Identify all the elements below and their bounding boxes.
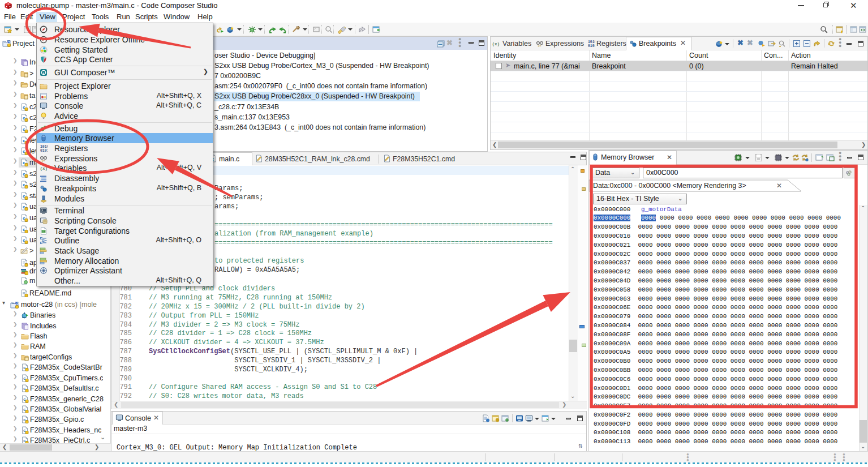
svg-text:c: c <box>15 301 18 306</box>
svg-text:0101: 0101 <box>40 149 48 152</box>
svg-text:x=: x= <box>538 45 542 48</box>
svg-text:c: c <box>7 40 10 44</box>
svg-text:x=: x= <box>42 160 45 162</box>
svg-text:(x)=: (x)= <box>40 166 48 171</box>
svg-text:0101: 0101 <box>588 44 595 48</box>
svg-text:(x)=: (x)= <box>492 42 500 46</box>
